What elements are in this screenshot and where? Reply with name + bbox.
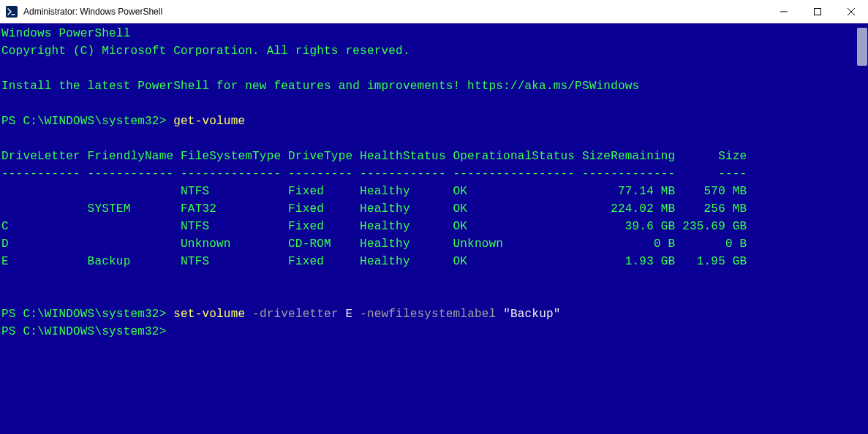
terminal-segment: PS C:\WINDOWS\system32> xyxy=(1,115,173,128)
terminal-segment xyxy=(1,290,9,303)
window-controls xyxy=(767,0,868,23)
svg-rect-3 xyxy=(815,8,821,15)
scrollbar-track[interactable] xyxy=(856,23,868,434)
terminal-segment: NTFS Fixed Healthy OK 77.14 MB 570 MB xyxy=(1,185,747,198)
terminal-line: PS C:\WINDOWS\system32> get-volume xyxy=(1,113,867,130)
window-title: Administrator: Windows PowerShell xyxy=(23,7,767,17)
terminal-line xyxy=(1,130,867,148)
terminal-segment: DriveLetter FriendlyName FileSystemType … xyxy=(1,150,747,163)
terminal-segment: E Backup NTFS Fixed Healthy OK 1.93 GB 1… xyxy=(1,255,747,268)
terminal-line: Copyright (C) Microsoft Corporation. All… xyxy=(1,42,867,60)
close-button[interactable] xyxy=(834,0,868,23)
terminal-segment: Windows PowerShell xyxy=(1,27,130,40)
terminal-line: NTFS Fixed Healthy OK 77.14 MB 570 MB xyxy=(1,183,867,200)
terminal-line xyxy=(1,270,867,288)
terminal-line: PS C:\WINDOWS\system32> set-volume -driv… xyxy=(1,305,867,323)
terminal-line: DriveLetter FriendlyName FileSystemType … xyxy=(1,148,867,165)
terminal-line: C NTFS Fixed Healthy OK 39.6 GB 235.69 G… xyxy=(1,218,867,235)
terminal-segment: "Backup" xyxy=(503,308,560,321)
terminal-line: D Unknown CD-ROM Healthy Unknown 0 B 0 B xyxy=(1,235,867,253)
terminal-segment: Install the latest PowerShell for new fe… xyxy=(1,80,639,93)
terminal-output[interactable]: Windows PowerShellCopyright (C) Microsof… xyxy=(0,23,868,342)
terminal-line: Windows PowerShell xyxy=(1,25,867,42)
minimize-button[interactable] xyxy=(767,0,801,23)
terminal-segment: get-volume xyxy=(173,115,245,128)
terminal-line xyxy=(1,288,867,305)
powershell-icon xyxy=(6,6,18,18)
scrollbar-thumb[interactable] xyxy=(857,28,867,66)
terminal-line xyxy=(1,95,867,113)
terminal-segment: PS C:\WINDOWS\system32> xyxy=(1,325,166,338)
terminal-segment: -driveletter xyxy=(252,308,345,321)
terminal-segment xyxy=(1,132,9,145)
terminal-segment: D Unknown CD-ROM Healthy Unknown 0 B 0 B xyxy=(1,237,747,251)
terminal-segment: PS C:\WINDOWS\system32> xyxy=(1,308,173,321)
terminal-line: ----------- ------------ -------------- … xyxy=(1,165,867,183)
terminal-segment xyxy=(1,97,9,110)
terminal-segment: ----------- ------------ -------------- … xyxy=(1,167,747,180)
terminal-segment: -newfilesystemlabel xyxy=(360,308,503,321)
terminal-line: PS C:\WINDOWS\system32> xyxy=(1,323,867,340)
terminal-line: SYSTEM FAT32 Fixed Healthy OK 224.02 MB … xyxy=(1,200,867,218)
terminal-viewport[interactable]: Windows PowerShellCopyright (C) Microsof… xyxy=(0,23,868,434)
terminal-segment: Copyright (C) Microsoft Corporation. All… xyxy=(1,45,410,58)
terminal-line: Install the latest PowerShell for new fe… xyxy=(1,77,867,95)
svg-rect-0 xyxy=(6,6,18,18)
terminal-segment xyxy=(1,273,9,286)
terminal-segment xyxy=(1,62,9,75)
maximize-button[interactable] xyxy=(801,0,834,23)
terminal-segment: SYSTEM FAT32 Fixed Healthy OK 224.02 MB … xyxy=(1,202,747,216)
terminal-segment: C NTFS Fixed Healthy OK 39.6 GB 235.69 G… xyxy=(1,220,747,233)
terminal-line xyxy=(1,60,867,77)
terminal-segment: set-volume xyxy=(173,308,252,321)
terminal-segment: E xyxy=(346,308,361,321)
window-titlebar: Administrator: Windows PowerShell xyxy=(0,0,868,23)
terminal-line: E Backup NTFS Fixed Healthy OK 1.93 GB 1… xyxy=(1,253,867,270)
